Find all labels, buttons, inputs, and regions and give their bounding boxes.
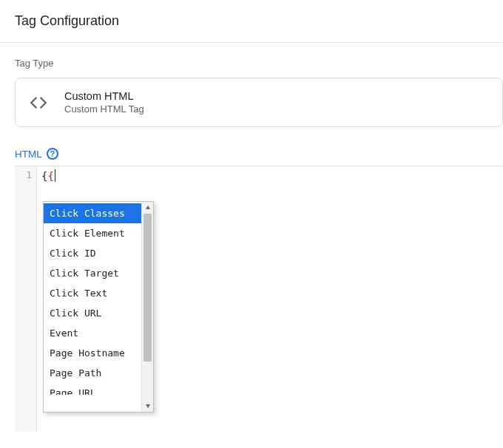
tag-type-title: Custom HTML [64, 90, 144, 102]
scroll-down-button[interactable] [142, 400, 153, 412]
tag-type-card[interactable]: Custom HTML Custom HTML Tag [15, 78, 503, 127]
scrollbar[interactable] [141, 202, 153, 412]
autocomplete-item[interactable]: Click Target [44, 263, 141, 283]
autocomplete-item[interactable]: Page Hostname [44, 343, 141, 363]
html-field-label: HTML [15, 149, 42, 160]
autocomplete-list[interactable]: Click Classes Click Element Click ID Cli… [44, 202, 141, 412]
autocomplete-item[interactable]: Click Text [44, 283, 141, 303]
autocomplete-item[interactable]: Click ID [44, 243, 141, 263]
code-text-unmatched: { [47, 170, 53, 182]
svg-marker-1 [146, 404, 150, 408]
scrollbar-track[interactable] [142, 214, 153, 400]
autocomplete-item[interactable]: Event [44, 323, 141, 343]
page-title: Tag Configuration [0, 0, 503, 42]
autocomplete-item[interactable]: Click URL [44, 303, 141, 323]
tag-type-label: Tag Type [0, 43, 503, 78]
line-number: 1 [15, 169, 32, 180]
line-gutter: 1 [15, 166, 37, 432]
tag-type-text: Custom HTML Custom HTML Tag [64, 90, 144, 115]
help-icon[interactable]: ? [47, 148, 58, 160]
autocomplete-item[interactable]: Page Path [44, 363, 141, 383]
code-brackets-icon [29, 93, 48, 112]
text-caret [55, 169, 55, 182]
autocomplete-popup[interactable]: Click Classes Click Element Click ID Cli… [43, 201, 154, 413]
autocomplete-item[interactable]: Page URL [44, 383, 141, 395]
svg-marker-0 [146, 206, 150, 209]
autocomplete-item[interactable]: Click Element [44, 223, 141, 243]
scrollbar-thumb[interactable] [144, 214, 152, 362]
scroll-up-button[interactable] [142, 202, 153, 214]
tag-type-subtitle: Custom HTML Tag [64, 103, 144, 115]
autocomplete-item[interactable]: Click Classes [44, 203, 141, 223]
